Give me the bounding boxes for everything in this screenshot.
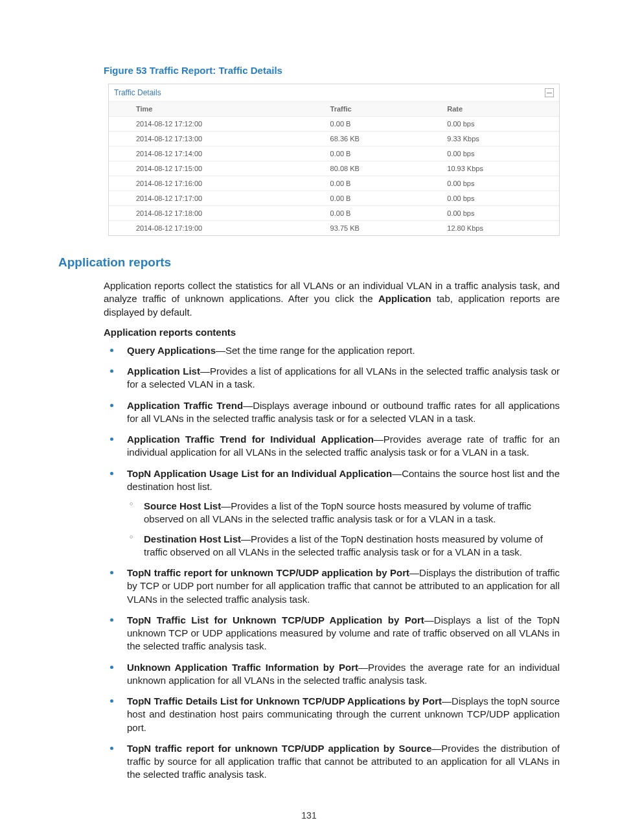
cell-rate: 0.00 bps	[442, 191, 559, 206]
cell-rate: 0.00 bps	[442, 117, 559, 132]
cell-time: 2014-08-12 17:12:00	[109, 117, 325, 132]
bullet-item: TopN Application Usage List for an Indiv…	[104, 467, 560, 559]
col-header-traffic: Traffic	[325, 102, 442, 117]
bullet-term: Application Traffic Trend	[127, 400, 243, 411]
cell-traffic: 0.00 B	[325, 146, 442, 161]
cell-rate: 12.80 Kbps	[442, 221, 559, 236]
contents-heading: Application reports contents	[104, 327, 560, 338]
bullet-desc: —Set the time range for the application …	[216, 345, 415, 356]
cell-time: 2014-08-12 17:13:00	[109, 132, 325, 146]
bullet-term: TopN Traffic List for Unknown TCP/UDP Ap…	[127, 614, 424, 625]
table-row: 2014-08-12 17:15:0080.08 KB10.93 Kbps	[109, 161, 559, 176]
bullet-item: TopN traffic report for unknown TCP/UDP …	[104, 742, 560, 782]
sub-bullet-item: Destination Host List—Provides a list of…	[127, 533, 560, 559]
table-row: 2014-08-12 17:19:0093.75 KB12.80 Kbps	[109, 221, 559, 236]
bullet-term: TopN Application Usage List for an Indiv…	[127, 468, 392, 479]
bullet-term: TopN traffic report for unknown TCP/UDP …	[127, 743, 431, 754]
cell-rate: 0.00 bps	[442, 146, 559, 161]
sub-bullet-item: Source Host List—Provides a list of the …	[127, 500, 560, 526]
cell-time: 2014-08-12 17:16:00	[109, 176, 325, 191]
panel-title: Traffic Details	[114, 88, 161, 97]
table-header-row: Time Traffic Rate	[109, 102, 559, 117]
collapse-icon[interactable]	[545, 88, 554, 97]
cell-traffic: 93.75 KB	[325, 221, 442, 236]
cell-traffic: 0.00 B	[325, 176, 442, 191]
bullet-item: Application Traffic Trend—Displays avera…	[104, 399, 560, 426]
cell-rate: 10.93 Kbps	[442, 161, 559, 176]
cell-rate: 0.00 bps	[442, 206, 559, 221]
cell-time: 2014-08-12 17:19:00	[109, 221, 325, 236]
bullet-term: Application Traffic Trend for Individual…	[127, 434, 374, 445]
bullet-item: TopN traffic report for unknown TCP/UDP …	[104, 566, 560, 606]
cell-traffic: 0.00 B	[325, 206, 442, 221]
col-header-time: Time	[109, 102, 325, 117]
cell-time: 2014-08-12 17:14:00	[109, 146, 325, 161]
cell-rate: 9.33 Kbps	[442, 132, 559, 146]
traffic-table: Time Traffic Rate 2014-08-12 17:12:000.0…	[109, 102, 559, 235]
figure-caption: Figure 53 Traffic Report: Traffic Detail…	[104, 65, 560, 76]
table-row: 2014-08-12 17:13:0068.36 KB9.33 Kbps	[109, 132, 559, 146]
cell-time: 2014-08-12 17:15:00	[109, 161, 325, 176]
section-heading: Application reports	[58, 255, 560, 270]
bullet-item: Application Traffic Trend for Individual…	[104, 433, 560, 460]
panel-header: Traffic Details	[109, 84, 559, 102]
bullet-term: Application List	[127, 366, 200, 377]
sub-bullets: Source Host List—Provides a list of the …	[127, 500, 560, 559]
table-row: 2014-08-12 17:14:000.00 B0.00 bps	[109, 146, 559, 161]
cell-rate: 0.00 bps	[442, 176, 559, 191]
page: Figure 53 Traffic Report: Traffic Detail…	[0, 0, 618, 840]
cell-traffic: 80.08 KB	[325, 161, 442, 176]
table-row: 2014-08-12 17:17:000.00 B0.00 bps	[109, 191, 559, 206]
page-number: 131	[0, 810, 618, 821]
table-row: 2014-08-12 17:12:000.00 B0.00 bps	[109, 117, 559, 132]
cell-time: 2014-08-12 17:17:00	[109, 191, 325, 206]
col-header-rate: Rate	[442, 102, 559, 117]
bullet-item: TopN Traffic Details List for Unknown TC…	[104, 695, 560, 734]
table-row: 2014-08-12 17:18:000.00 B0.00 bps	[109, 206, 559, 221]
table-row: 2014-08-12 17:16:000.00 B0.00 bps	[109, 176, 559, 191]
cell-traffic: 0.00 B	[325, 117, 442, 132]
bullet-item: Application List—Provides a list of appl…	[104, 365, 560, 391]
intro-bold: Application	[378, 293, 431, 304]
bullet-term: Unknown Application Traffic Information …	[127, 662, 358, 673]
cell-time: 2014-08-12 17:18:00	[109, 206, 325, 221]
bullets-list: Query Applications—Set the time range fo…	[104, 344, 560, 782]
cell-traffic: 68.36 KB	[325, 132, 442, 146]
cell-traffic: 0.00 B	[325, 191, 442, 206]
bullet-item: Query Applications—Set the time range fo…	[104, 344, 560, 357]
bullet-item: Unknown Application Traffic Information …	[104, 661, 560, 688]
intro-paragraph: Application reports collect the statisti…	[104, 279, 560, 319]
bullet-item: TopN Traffic List for Unknown TCP/UDP Ap…	[104, 614, 560, 653]
bullet-term: TopN traffic report for unknown TCP/UDP …	[127, 567, 409, 578]
sub-bullet-term: Destination Host List	[144, 533, 241, 544]
traffic-details-panel: Traffic Details Time Traffic Rate 2014-0…	[108, 84, 560, 236]
bullet-term: Query Applications	[127, 345, 216, 356]
sub-bullet-term: Source Host List	[144, 500, 221, 511]
bullet-term: TopN Traffic Details List for Unknown TC…	[127, 695, 442, 706]
